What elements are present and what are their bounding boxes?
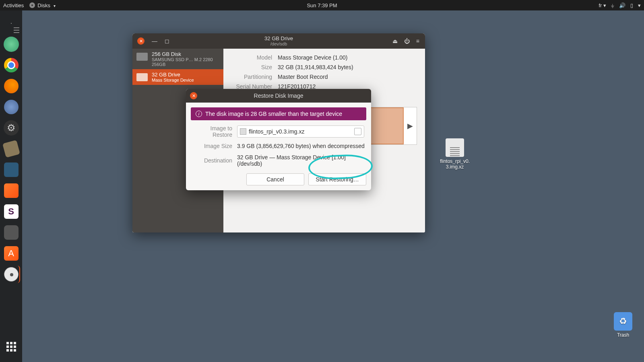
info-text: The disk image is 28 GB smaller than the… [205, 111, 342, 117]
trash-label: Trash [607, 332, 639, 338]
show-applications-button[interactable] [2, 338, 20, 356]
file-icon [240, 128, 246, 135]
app-launcher-4[interactable] [2, 98, 20, 116]
network-icon[interactable]: ⏚ [611, 2, 614, 8]
cancel-button[interactable]: Cancel [246, 173, 304, 185]
hdd-icon [136, 53, 148, 61]
chrome-launcher[interactable] [2, 56, 20, 74]
firefox-launcher[interactable] [2, 77, 20, 95]
info-banner: i The disk image is 28 GB smaller than t… [191, 107, 366, 120]
removable-drive-icon [136, 73, 148, 81]
gimp-launcher[interactable] [2, 140, 20, 158]
postman-launcher[interactable] [2, 182, 20, 200]
top-bar: Activities Disks Sun 7:39 PM fr ▾ ⏚ 🔊 ▯ … [0, 0, 644, 10]
destination-value: 32 GB Drive — Mass Storage Device [1.00]… [237, 154, 366, 167]
disks-launcher[interactable] [2, 265, 20, 283]
start-restoring-button[interactable]: Start Restoring… [308, 173, 366, 185]
dialog-close-button[interactable]: ✕ [190, 92, 197, 99]
slack-launcher[interactable]: S [2, 203, 20, 220]
files-launcher[interactable] [2, 14, 20, 32]
image-file-chooser[interactable]: flintos_rpi_v0.3.img.xz [237, 125, 364, 138]
volume-icon[interactable]: 🔊 [619, 2, 625, 8]
partitioning-value: Master Boot Record [278, 74, 328, 80]
keyboard-layout-indicator[interactable]: fr ▾ [599, 2, 606, 8]
window-close-button[interactable]: ✕ [137, 37, 144, 45]
trash-icon[interactable]: ♻ Trash [607, 312, 639, 338]
clock[interactable]: Sun 7:39 PM [307, 2, 337, 8]
settings-launcher[interactable]: ⚙ [2, 119, 20, 137]
window-minimize-button[interactable]: — [152, 38, 157, 44]
chevron-down-icon [53, 2, 56, 8]
size-value: 32 GB (31,914,983,424 bytes) [278, 64, 353, 70]
browse-icon[interactable] [354, 128, 361, 135]
power-icon[interactable]: ⏻ [404, 38, 410, 44]
partitioning-label: Partitioning [231, 74, 278, 80]
image-size-value: 3.9 GB (3,856,629,760 bytes) when decomp… [237, 143, 366, 149]
desktop-file-icon[interactable]: flintos_rpi_v0.3.img.xz [439, 138, 471, 170]
disks-app-icon [29, 2, 35, 8]
window-title: 32 GB Drive /dev/sdb [264, 35, 293, 47]
dialog-title: Restore Disk Image [254, 93, 303, 99]
clock-launcher[interactable] [2, 224, 20, 241]
disk-list-item-selected[interactable]: 32 GB Drive Mass Storage Device [132, 69, 223, 85]
eject-icon[interactable]: ⏏ [392, 38, 398, 44]
window-maximize-button[interactable]: ◻ [165, 38, 169, 44]
dock: ⚙ S A [0, 10, 22, 362]
image-to-restore-label: Image to Restore [191, 125, 237, 138]
window-titlebar[interactable]: ✕ — ◻ 32 GB Drive /dev/sdb ⏏ ⏻ ≡ [132, 33, 425, 49]
mount-play-icon[interactable]: ▶ [404, 121, 417, 130]
restore-disk-image-dialog: ✕ Restore Disk Image i The disk image is… [186, 89, 371, 190]
model-label: Model [231, 54, 278, 61]
app-menu[interactable]: Disks [29, 2, 56, 8]
system-menu-chevron-icon[interactable]: ▾ [638, 2, 641, 8]
size-label: Size [231, 64, 278, 70]
dialog-titlebar[interactable]: ✕ Restore Disk Image [186, 89, 371, 103]
info-icon: i [196, 111, 202, 117]
disk-list-item[interactable]: 256 GB Disk SAMSUNG SSD P… M.2 2280 256G… [132, 49, 223, 69]
destination-label: Destination [191, 157, 237, 164]
desktop-file-label: flintos_rpi_v0.3.img.xz [439, 158, 471, 170]
battery-icon[interactable]: ▯ [630, 2, 633, 8]
software-launcher[interactable]: A [2, 245, 20, 262]
image-file-value: flintos_rpi_v0.3.img.xz [249, 128, 305, 135]
activities-button[interactable]: Activities [3, 2, 24, 8]
app-menu-label: Disks [37, 2, 50, 8]
trash-bin-icon: ♻ [614, 312, 632, 331]
archive-file-icon [446, 138, 464, 157]
hamburger-menu-icon[interactable]: ≡ [416, 38, 419, 44]
mysql-workbench-launcher[interactable] [2, 161, 20, 179]
model-value: Mass Storage Device (1.00) [278, 54, 348, 61]
atom-launcher[interactable] [2, 35, 20, 53]
image-size-label: Image Size [191, 143, 237, 149]
